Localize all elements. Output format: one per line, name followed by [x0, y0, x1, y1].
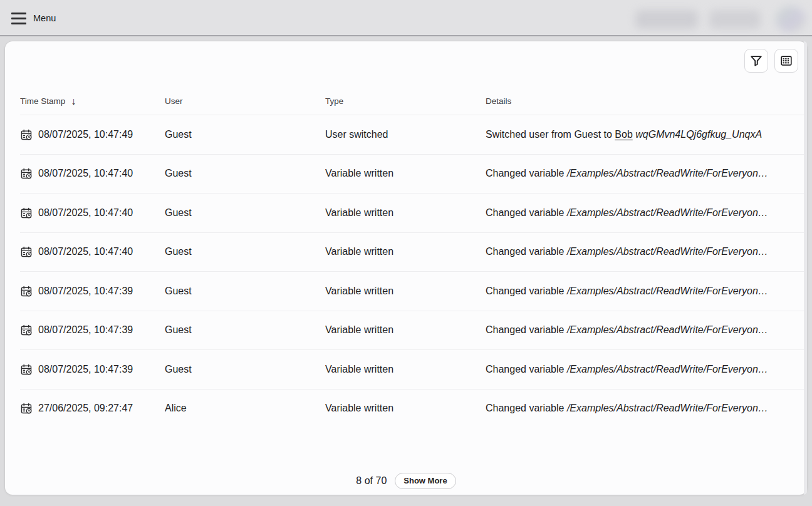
- show-more-button[interactable]: Show More: [395, 473, 455, 489]
- user-value: Guest: [165, 207, 325, 219]
- type-value: Variable written: [325, 403, 486, 414]
- calendar-clock-icon: [20, 167, 33, 180]
- details-value: Changed variable /Examples/Abstract/Read…: [486, 246, 804, 257]
- details-value: Changed variable /Examples/Abstract/Read…: [486, 207, 804, 219]
- hamburger-icon: [11, 13, 26, 24]
- user-value: Guest: [165, 286, 325, 297]
- type-value: Variable written: [325, 207, 486, 219]
- type-value: Variable written: [325, 324, 486, 336]
- table-row[interactable]: 08/07/2025, 10:47:40 Guest Variable writ…: [20, 193, 804, 232]
- menu-button[interactable]: Menu: [11, 9, 56, 28]
- table-row[interactable]: 08/07/2025, 10:47:40 Guest Variable writ…: [20, 232, 804, 272]
- details-user-link[interactable]: Bob: [615, 129, 632, 140]
- calendar-clock-icon: [20, 207, 33, 219]
- table-row[interactable]: 08/07/2025, 10:47:39 Guest Variable writ…: [20, 311, 804, 350]
- table-row[interactable]: 08/07/2025, 10:47:39 Guest Variable writ…: [20, 271, 804, 311]
- table-footer: 8 of 70 Show More: [5, 473, 807, 489]
- details-text: Changed variable: [486, 246, 567, 257]
- type-value: Variable written: [325, 286, 486, 297]
- timestamp-value: 08/07/2025, 10:47:49: [38, 129, 133, 140]
- timestamp-value: 27/06/2025, 09:27:47: [38, 403, 133, 414]
- col-header-user[interactable]: User: [165, 96, 183, 106]
- table-header-row: Time Stamp ↓ User Type Details: [20, 88, 804, 115]
- col-header-type[interactable]: Type: [325, 96, 343, 106]
- user-value: Guest: [165, 246, 325, 257]
- details-path: wqGMvn4LQj6gfkug_UnqxA: [633, 129, 762, 140]
- blurred-avatar: [776, 6, 806, 33]
- scrollbar-track[interactable]: [804, 41, 807, 495]
- type-value: Variable written: [325, 168, 486, 179]
- top-bar: Menu: [0, 0, 812, 36]
- type-value: Variable written: [325, 246, 486, 257]
- details-text: Changed variable: [486, 364, 567, 374]
- details-value: Changed variable /Examples/Abstract/Read…: [486, 324, 804, 336]
- table-row[interactable]: 08/07/2025, 10:47:49 Guest User switched…: [20, 115, 804, 154]
- timestamp-value: 08/07/2025, 10:47:39: [38, 286, 133, 297]
- calendar-clock-icon: [20, 402, 33, 415]
- col-header-timestamp[interactable]: Time Stamp: [20, 96, 65, 106]
- details-value: Changed variable /Examples/Abstract/Read…: [486, 286, 804, 297]
- details-text: Changed variable: [486, 207, 567, 218]
- sort-desc-icon[interactable]: ↓: [71, 96, 76, 106]
- calendar-clock-icon: [20, 285, 33, 297]
- timestamp-value: 08/07/2025, 10:47:40: [38, 246, 133, 257]
- table-row[interactable]: 08/07/2025, 10:47:40 Guest Variable writ…: [20, 154, 804, 194]
- details-path: /Examples/Abstract/ReadWrite/ForEveryon…: [567, 364, 768, 374]
- details-path: /Examples/Abstract/ReadWrite/ForEveryon…: [567, 403, 768, 413]
- calendar-clock-icon: [20, 324, 33, 336]
- details-value: Changed variable /Examples/Abstract/Read…: [486, 168, 804, 179]
- table-columns-icon: [779, 54, 793, 68]
- details-path: /Examples/Abstract/ReadWrite/ForEveryon…: [567, 286, 768, 296]
- columns-button[interactable]: [774, 49, 798, 73]
- details-text: Changed variable: [486, 324, 567, 335]
- details-text: Changed variable: [486, 403, 567, 413]
- details-path: /Examples/Abstract/ReadWrite/ForEveryon…: [567, 168, 768, 178]
- filter-button[interactable]: [744, 49, 768, 73]
- details-text: Changed variable: [486, 168, 567, 178]
- calendar-clock-icon: [20, 363, 33, 376]
- table-row[interactable]: 08/07/2025, 10:47:39 Guest Variable writ…: [20, 349, 804, 389]
- timestamp-value: 08/07/2025, 10:47:39: [38, 324, 133, 336]
- timestamp-value: 08/07/2025, 10:47:40: [38, 168, 133, 179]
- user-value: Guest: [165, 324, 325, 336]
- details-path: /Examples/Abstract/ReadWrite/ForEveryon…: [567, 207, 768, 218]
- menu-label: Menu: [33, 13, 56, 23]
- type-value: User switched: [325, 129, 486, 140]
- timestamp-value: 08/07/2025, 10:47:40: [38, 207, 133, 219]
- col-header-details[interactable]: Details: [486, 96, 511, 106]
- type-value: Variable written: [325, 364, 486, 375]
- blurred-toolbar-item: [709, 10, 761, 29]
- details-path: /Examples/Abstract/ReadWrite/ForEveryon…: [567, 246, 768, 257]
- blurred-toolbar-item: [635, 10, 698, 29]
- user-value: Alice: [165, 403, 325, 414]
- table-row[interactable]: 27/06/2025, 09:27:47 Alice Variable writ…: [20, 389, 804, 428]
- audit-log-panel: Time Stamp ↓ User Type Details: [5, 41, 807, 495]
- calendar-clock-icon: [20, 245, 33, 258]
- calendar-clock-icon: [20, 128, 33, 141]
- audit-log-table: Time Stamp ↓ User Type Details: [20, 88, 804, 428]
- filter-funnel-icon: [749, 54, 763, 68]
- details-text: Changed variable: [486, 286, 567, 296]
- details-value: Changed variable /Examples/Abstract/Read…: [486, 364, 804, 375]
- user-value: Guest: [165, 364, 325, 375]
- user-value: Guest: [165, 129, 325, 140]
- user-value: Guest: [165, 168, 325, 179]
- timestamp-value: 08/07/2025, 10:47:39: [38, 364, 133, 375]
- details-path: /Examples/Abstract/ReadWrite/ForEveryon…: [567, 324, 768, 335]
- details-text: Switched user from Guest to: [486, 129, 615, 140]
- details-value: Switched user from Guest to Bob wqGMvn4L…: [486, 129, 804, 140]
- row-count: 8 of 70: [356, 475, 387, 487]
- details-value: Changed variable /Examples/Abstract/Read…: [486, 403, 804, 414]
